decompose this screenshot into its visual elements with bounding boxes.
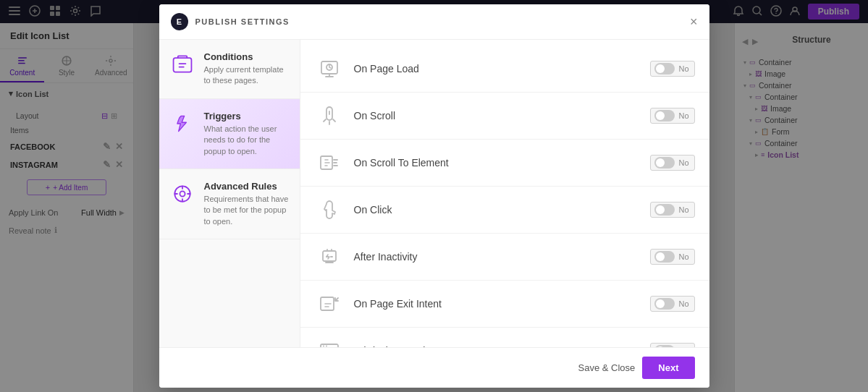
modal-overlay[interactable]: E PUBLISH SETTINGS × xyxy=(0,0,868,392)
nav-item-triggers[interactable]: Triggers What action the user needs to d… xyxy=(159,99,300,169)
toggle-on-scroll[interactable]: No xyxy=(650,108,694,124)
page-exit-intent-icon xyxy=(315,289,344,318)
toggle-no-label: No xyxy=(678,63,694,74)
toggle-after-inactivity[interactable]: No xyxy=(650,249,694,265)
nav-item-conditions[interactable]: Conditions Apply current template to the… xyxy=(159,40,300,99)
toggle-scroll-to-element[interactable]: No xyxy=(650,155,694,171)
trigger-on-click-label: On Click xyxy=(354,204,641,216)
scroll-to-element-icon xyxy=(315,148,344,177)
save-close-button[interactable]: Save & Close xyxy=(578,362,636,373)
trigger-page-load-label: On Page Load xyxy=(354,63,641,74)
trigger-after-inactivity-label: After Inactivity xyxy=(354,251,641,263)
toggle-no-label: No xyxy=(678,251,694,263)
modal-logo: E xyxy=(171,13,188,30)
trigger-after-inactivity: After Inactivity No xyxy=(300,234,709,281)
modal-body: Conditions Apply current template to the… xyxy=(159,40,709,347)
adblock-detection-icon xyxy=(315,336,344,347)
toggle-switch[interactable] xyxy=(654,110,675,122)
next-button[interactable]: Next xyxy=(642,357,694,379)
toggle-switch[interactable] xyxy=(654,204,675,216)
advanced-rules-icon xyxy=(169,181,195,207)
svg-rect-23 xyxy=(323,251,336,261)
toggle-no-label: No xyxy=(678,157,694,169)
close-button[interactable]: × xyxy=(690,15,698,28)
after-inactivity-icon xyxy=(315,242,344,271)
toggle-switch[interactable] xyxy=(654,157,675,169)
trigger-scroll-to-element: On Scroll To Element No xyxy=(300,140,709,187)
trigger-page-load: On Page Load No xyxy=(300,46,709,93)
advanced-rules-text: Advanced Rules Requirements that have to… xyxy=(204,181,290,227)
trigger-on-scroll-label: On Scroll xyxy=(354,110,641,122)
trigger-on-click: On Click No xyxy=(300,187,709,234)
toggle-on-click[interactable]: No xyxy=(650,202,694,218)
modal-header: E PUBLISH SETTINGS × xyxy=(159,4,709,40)
conditions-icon xyxy=(169,51,195,77)
toggle-page-load[interactable]: No xyxy=(650,61,694,77)
toggle-page-exit-intent[interactable]: No xyxy=(650,296,694,312)
toggle-no-label: No xyxy=(678,204,694,216)
modal-nav: Conditions Apply current template to the… xyxy=(159,40,300,347)
toggle-switch[interactable] xyxy=(654,63,675,74)
svg-rect-18 xyxy=(173,58,191,72)
toggle-switch[interactable] xyxy=(654,251,675,263)
modal-header-left: E PUBLISH SETTINGS xyxy=(171,13,290,30)
trigger-page-exit-intent: On Page Exit Intent No xyxy=(300,281,709,328)
conditions-text: Conditions Apply current template to the… xyxy=(204,51,290,87)
triggers-text: Triggers What action the user needs to d… xyxy=(204,111,290,157)
modal-footer: Save & Close Next xyxy=(159,347,709,388)
toggle-switch[interactable] xyxy=(654,345,675,347)
trigger-scroll-to-element-label: On Scroll To Element xyxy=(354,157,641,169)
toggle-no-label: No xyxy=(678,110,694,122)
on-click-icon xyxy=(315,195,344,224)
trigger-adblock-detection: AdBlock Detection No xyxy=(300,328,709,347)
publish-settings-modal: E PUBLISH SETTINGS × xyxy=(159,4,709,388)
nav-item-advanced-rules[interactable]: Advanced Rules Requirements that have to… xyxy=(159,169,300,239)
page-load-icon xyxy=(315,54,344,83)
toggle-switch[interactable] xyxy=(654,298,675,310)
triggers-icon xyxy=(169,111,195,137)
trigger-on-scroll: On Scroll No xyxy=(300,93,709,140)
on-scroll-icon xyxy=(315,101,344,130)
trigger-page-exit-intent-label: On Page Exit Intent xyxy=(354,298,641,310)
modal-title: PUBLISH SETTINGS xyxy=(195,17,290,26)
toggle-no-label: No xyxy=(678,298,694,310)
modal-triggers-content: On Page Load No On Scr xyxy=(300,40,709,347)
